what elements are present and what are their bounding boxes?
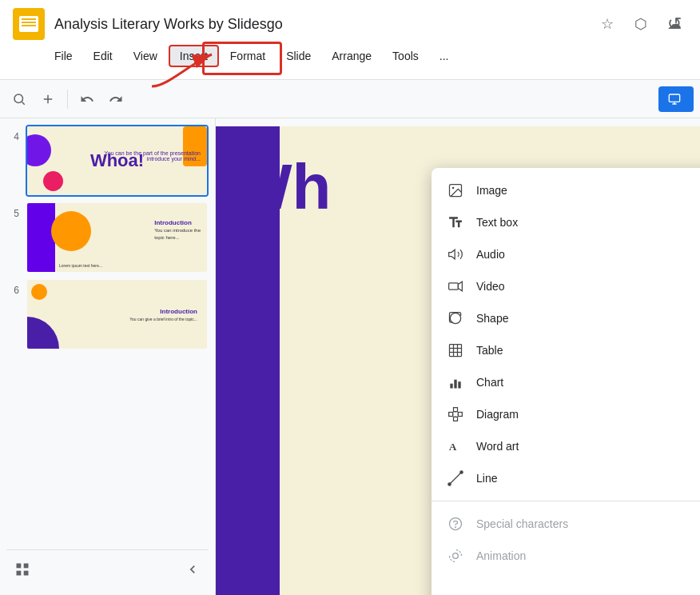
svg-rect-5: [669, 94, 679, 102]
menu-tools[interactable]: Tools: [383, 46, 428, 66]
slide6-orange: [31, 284, 47, 300]
present-btn[interactable]: [658, 86, 694, 112]
audio-icon: [444, 246, 467, 262]
shape-icon: [444, 310, 467, 326]
search-btn[interactable]: [6, 86, 32, 112]
drive-icon[interactable]: ⬡: [628, 11, 654, 37]
svg-point-28: [452, 187, 455, 190]
chart-label: Chart: [476, 376, 700, 389]
svg-rect-7: [24, 564, 29, 569]
menu-item-diagram[interactable]: Diagram: [432, 398, 700, 430]
image-icon: [444, 182, 467, 198]
slide-preview-4[interactable]: Whoa! You can be the part of the present…: [26, 125, 209, 197]
shape-label: Shape: [476, 312, 700, 325]
redo-icon: [109, 92, 123, 106]
slide-num-6: 6: [6, 285, 19, 296]
top-bar: Analysis Literary Works by Slidesgo ☆ ⬡ …: [0, 0, 700, 80]
redo-btn[interactable]: [103, 86, 129, 112]
menu-insert[interactable]: Insert: [169, 45, 219, 67]
decor-circle: [26, 134, 51, 166]
svg-point-53: [455, 527, 456, 528]
decor-pink: [43, 171, 63, 191]
svg-rect-42: [454, 408, 458, 412]
menu-format[interactable]: Format: [221, 46, 275, 66]
svg-rect-37: [450, 384, 452, 389]
star-icon[interactable]: ☆: [595, 11, 620, 37]
collapse-btn[interactable]: [180, 557, 205, 582]
grid-view-btn[interactable]: [10, 557, 35, 582]
menu-view[interactable]: View: [124, 46, 167, 66]
menu-item-video[interactable]: Video: [432, 270, 700, 302]
insert-dropdown: Image Text box Audio: [432, 168, 700, 595]
image-label: Image: [476, 184, 700, 197]
menu-item-chart[interactable]: Chart: [432, 366, 700, 398]
line-label: Line: [476, 472, 700, 485]
slide4-bg: Whoa! You can be the part of the present…: [27, 126, 207, 195]
menu-item-animation: Animation: [432, 540, 700, 572]
slide-num-4: 4: [6, 131, 19, 142]
animation-label: Animation: [476, 549, 700, 562]
slide-thumb-4[interactable]: 4 Whoa! You can be the part of the prese…: [6, 125, 209, 197]
table-label: Table: [476, 344, 700, 357]
svg-point-1: [14, 94, 23, 103]
menu-item-textbox[interactable]: Text box: [432, 206, 700, 238]
line-icon: [444, 470, 467, 486]
menu-item-image[interactable]: Image: [432, 174, 700, 206]
menu-slide[interactable]: Slide: [276, 46, 320, 66]
slide5-body: Lorem ipsum text here...: [59, 263, 102, 268]
menu-edit[interactable]: Edit: [84, 46, 122, 66]
chevron-left-icon: [185, 561, 201, 577]
menu-item-shape[interactable]: Shape: [432, 302, 700, 334]
video-icon: [444, 278, 467, 294]
svg-point-50: [448, 483, 451, 485]
slides-sidebar: 4 Whoa! You can be the part of the prese…: [0, 118, 216, 595]
sidebar-bottom: [6, 549, 209, 589]
special-chars-icon: [444, 516, 467, 532]
slide-preview-6[interactable]: Introduction You can give a brief intro …: [26, 278, 209, 350]
title-row: Analysis Literary Works by Slidesgo ☆ ⬡ …: [0, 0, 700, 43]
grid-icon: [14, 561, 30, 577]
menu-item-table[interactable]: Table: [432, 334, 700, 366]
menu-item-audio[interactable]: Audio: [432, 238, 700, 270]
slide6-purple: [27, 317, 59, 349]
slide6-text: Introduction You can give a brief intro …: [129, 308, 202, 321]
slide5-intro: IntroductionYou can introduce thetopic h…: [154, 219, 201, 241]
slide6-bg: Introduction You can give a brief intro …: [27, 280, 207, 349]
video-label: Video: [476, 280, 700, 293]
svg-rect-41: [458, 413, 462, 417]
svg-text:A: A: [449, 441, 457, 453]
svg-point-51: [460, 471, 463, 473]
menu-item-special-chars: Special characters: [432, 508, 700, 540]
toolbar: [0, 80, 700, 118]
menu-file[interactable]: File: [45, 46, 82, 66]
canvas-area: Wh This can be the part... introduce yo.…: [216, 118, 700, 595]
menu-more[interactable]: ...: [430, 46, 459, 66]
svg-line-2: [22, 102, 24, 104]
svg-rect-38: [454, 380, 456, 389]
undo-icon: [80, 92, 94, 106]
dropdown-menu: Image Text box Audio: [432, 168, 700, 595]
svg-line-49: [450, 473, 462, 485]
table-icon: [444, 342, 467, 358]
slide5-bg: IntroductionYou can introduce thetopic h…: [27, 203, 207, 272]
diagram-icon: [444, 406, 467, 422]
svg-rect-43: [454, 417, 458, 421]
search-icon: [12, 92, 26, 106]
undo-btn[interactable]: [74, 86, 100, 112]
menu-bar: File Edit View Insert Format Slide Arran…: [0, 43, 700, 70]
main-area: 4 Whoa! You can be the part of the prese…: [0, 118, 700, 595]
svg-point-52: [450, 518, 462, 530]
history-icon[interactable]: ↺: [662, 11, 687, 37]
present-icon: [668, 93, 681, 106]
add-btn[interactable]: [35, 86, 61, 112]
slide-thumb-6[interactable]: 6 Introduction You can give a brief intr…: [6, 278, 209, 350]
menu-item-line[interactable]: Line: [432, 462, 700, 494]
menu-item-wordart[interactable]: A Word art: [432, 430, 700, 462]
menu-arrange[interactable]: Arrange: [322, 46, 381, 66]
textbox-label: Text box: [476, 216, 700, 229]
svg-rect-32: [450, 345, 462, 357]
slide5-orange: [51, 211, 91, 251]
slide-preview-5[interactable]: IntroductionYou can introduce thetopic h…: [26, 202, 209, 274]
slide-thumb-5[interactable]: 5 IntroductionYou can introduce thetopic…: [6, 202, 209, 274]
whoa-label: Whoa!: [90, 150, 144, 171]
